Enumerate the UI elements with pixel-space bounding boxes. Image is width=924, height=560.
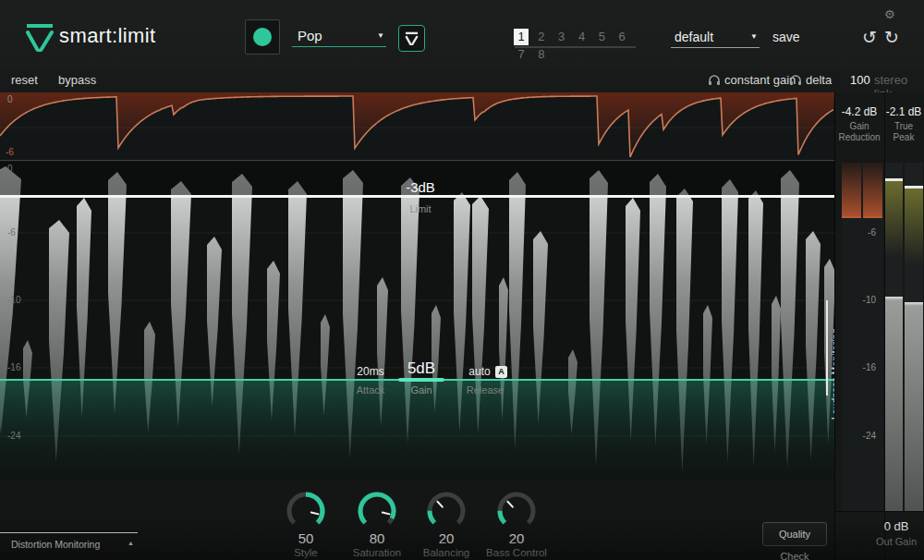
panel-divider	[834, 92, 835, 560]
gr-scale-bottom: -6	[6, 147, 14, 157]
profile-button[interactable]	[398, 25, 425, 52]
knob-label: Saturation	[342, 547, 412, 558]
true-peak-readout: -2.1 dB	[883, 105, 924, 118]
record-reference-button[interactable]	[245, 19, 280, 55]
wave-scale-16: -16	[7, 362, 20, 372]
gr-meter-bar-left	[842, 163, 861, 218]
attack-value[interactable]: 20ms	[351, 365, 390, 378]
knob-value: 20	[411, 530, 481, 546]
knob-dial	[285, 492, 327, 530]
sonible-mini-logo-icon	[404, 31, 419, 45]
record-circle-icon	[253, 28, 272, 46]
out-gain-value[interactable]: 0 dB	[869, 519, 924, 533]
headphones-icon[interactable]	[789, 74, 802, 86]
gr-meter-bar-right	[863, 163, 882, 218]
chevron-down-icon: ▼	[750, 32, 758, 41]
reset-button[interactable]: reset	[11, 73, 38, 87]
gain-value[interactable]: 5dB	[401, 359, 442, 378]
redo-icon[interactable]: ↻	[884, 29, 899, 46]
gr-curve-fill	[0, 92, 834, 157]
tp-recent-peak-left	[885, 181, 903, 257]
preset-slot-strip: 1 2 3 4 5 6 7 8	[514, 28, 638, 45]
tp-level-bar-right	[905, 302, 923, 511]
saturation-knob[interactable]: 80 Saturation	[342, 492, 412, 558]
preset-select[interactable]: default ▼	[671, 26, 760, 48]
chevron-down-icon: ▼	[377, 31, 384, 40]
save-button[interactable]: save	[772, 30, 800, 44]
gain-reduction-label: Gain	[834, 121, 884, 131]
release-label: Release	[460, 384, 510, 396]
attack-label: Attack	[351, 384, 390, 396]
knob-label: Bass Control	[481, 547, 552, 558]
preset-slot-3[interactable]: 3	[554, 29, 569, 45]
settings-gear-icon[interactable]: ⚙	[884, 7, 895, 21]
undo-icon[interactable]: ↺	[862, 29, 877, 46]
sonible-logo-icon	[24, 22, 55, 52]
wave-scale-24: -24	[7, 431, 20, 441]
knob-label: Balancing	[411, 547, 481, 558]
preset-strip-underline	[515, 46, 636, 48]
bypass-button[interactable]: bypass	[58, 73, 96, 87]
delta-toggle[interactable]: delta	[806, 73, 832, 87]
preset-slot-2[interactable]: 2	[534, 29, 549, 45]
balancing-knob[interactable]: 20 Balancing	[411, 492, 481, 558]
distortion-monitoring-expander[interactable]: Distortion Monitoring	[11, 539, 100, 550]
preset-slot-5[interactable]: 5	[594, 29, 609, 45]
headphones-icon[interactable]	[708, 74, 721, 86]
gr-meter-scale: -16	[834, 362, 876, 372]
gain-reduction-label: Reduction	[834, 132, 884, 142]
gr-meter-scale: -10	[834, 295, 876, 305]
loudness-panel-handle[interactable]	[826, 300, 828, 396]
tp-level-bar-left	[885, 297, 903, 511]
preset-slot-7[interactable]: 7	[514, 46, 529, 63]
preset-slot-6[interactable]: 6	[614, 29, 629, 45]
preset-slot-8[interactable]: 8	[534, 46, 549, 63]
knob-value: 50	[271, 530, 341, 546]
app-title: smart:limit	[59, 24, 156, 48]
release-auto-badge[interactable]: A	[495, 366, 507, 378]
limit-label: Limit	[383, 203, 457, 214]
expand-triangle-icon: ▲	[128, 540, 134, 546]
constant-gain-toggle[interactable]: constant gain	[724, 73, 796, 87]
knob-value: 80	[342, 530, 412, 546]
knob-dial	[425, 492, 468, 530]
limit-line[interactable]	[0, 195, 834, 198]
knob-dial	[356, 492, 398, 530]
out-gain-label: Out Gain	[869, 536, 924, 547]
gain-reduction-readout: -4.2 dB	[834, 105, 884, 118]
smart-limit-plugin-window: smart:limit Pop ▼ 1 2 3 4 5 6 7 8 defaul…	[0, 0, 924, 560]
wave-scale-6: -6	[7, 227, 16, 237]
true-peak-label: True	[883, 121, 924, 131]
gr-meter-scale: -24	[834, 431, 876, 441]
preset-slot-4[interactable]: 4	[575, 29, 590, 45]
tp-recent-peak-right	[905, 189, 923, 264]
genre-select[interactable]: Pop ▼	[292, 25, 386, 47]
bass-control-knob[interactable]: 20 Bass Control	[481, 492, 552, 558]
release-value[interactable]: auto	[464, 365, 495, 378]
gr-meter-scale: -6	[834, 227, 876, 237]
knob-dial	[495, 492, 538, 530]
style-knob[interactable]: 50 Style	[271, 492, 341, 558]
gain-reduction-chart	[0, 92, 834, 160]
wave-scale-10: -10	[7, 295, 20, 305]
distortion-panel-handle[interactable]	[0, 532, 138, 533]
stereo-link-value[interactable]: 100	[850, 73, 870, 87]
gain-line-handle[interactable]	[398, 378, 444, 382]
quality-check-button[interactable]: Quality Check	[762, 522, 827, 546]
true-peak-label: Peak	[883, 132, 924, 142]
meter-bottom-divider	[834, 511, 924, 512]
genre-select-value: Pop	[298, 28, 322, 43]
wave-scale-0: 0	[7, 164, 13, 174]
preset-slot-1[interactable]: 1	[514, 29, 529, 45]
limit-value[interactable]: -3dB	[383, 179, 457, 195]
section-divider	[0, 160, 924, 161]
gr-scale-top: 0	[7, 94, 13, 104]
gain-label: Gain	[401, 384, 442, 396]
knob-label: Style	[271, 547, 341, 558]
preset-select-value: default	[675, 30, 713, 44]
knob-value: 20	[481, 530, 552, 546]
